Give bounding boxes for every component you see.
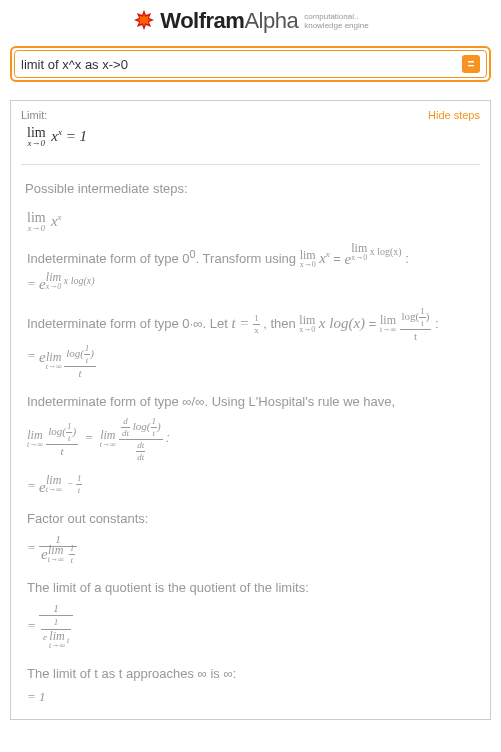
result-pod: Limit: Hide steps limx→0 xx = 1 Possible… [10,100,491,720]
answer: limx→0 xx = 1 [21,125,480,160]
result-header: Limit: Hide steps [21,109,480,121]
separator [21,164,480,165]
step-0-inf: Indeterminate form of type 0·∞. Let t = … [21,303,480,342]
intermediate-steps-title: Possible intermediate steps: [21,175,480,206]
step-expr-3: = e limt→∞ log(1t) t [21,342,480,389]
step-expr-2: = e limx→0 x log(x) [21,270,480,304]
search-bar [14,50,487,78]
brand-subtitle: computational..knowledge engine [304,12,369,30]
hide-steps-link[interactable]: Hide steps [428,109,480,121]
brand-name: WolframAlpha [160,8,298,34]
step-t-inf: The limit of t as t approaches ∞ is ∞: [21,661,480,683]
step-quotient: The limit of a quotient is the quotient … [21,575,480,597]
wolfram-icon [132,9,156,33]
search-container [10,46,491,82]
section-label: Limit: [21,109,47,121]
step-inf-inf: Indeterminate form of type ∞/∞. Using L'… [21,389,480,411]
step-expr-5: = e limt→∞ − 1t [21,472,480,506]
step-factor: Factor out constants: [21,506,480,528]
step-expr-6: = 1 e limt→∞ 1t [21,528,480,575]
logo: WolframAlpha computational..knowledge en… [0,8,501,34]
step-expr-1: limx→0 xx [21,206,480,243]
submit-button[interactable] [462,55,480,73]
answer-expr: xx = 1 [51,128,87,144]
step-final: = 1 [21,683,480,715]
header: WolframAlpha computational..knowledge en… [0,0,501,38]
step-0-0: Indeterminate form of type 00. Transform… [21,243,480,270]
step-expr-4: limt→∞ log(1t) t = limt→∞ ddt log(1t) dt… [21,411,480,472]
step-expr-7: = 1 1 e limt→∞ t [21,597,480,661]
search-input[interactable] [21,57,462,72]
lim-x-0: limx→0 [27,128,46,148]
